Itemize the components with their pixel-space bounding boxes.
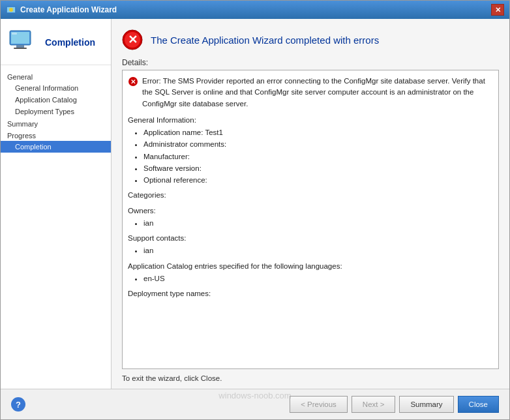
support-contacts-label: Support contacts: — [128, 233, 493, 244]
svg-text:✕: ✕ — [128, 33, 138, 46]
sidebar-group-general: General — [1, 70, 111, 82]
details-label: Details: — [122, 58, 499, 67]
next-button[interactable]: Next > — [352, 396, 396, 413]
svg-rect-7 — [12, 33, 17, 35]
svg-rect-6 — [14, 48, 27, 49]
titlebar-title: Create Application Wizard — [20, 5, 491, 14]
general-info-label: General Information: — [128, 115, 493, 126]
catalog-label: Application Catalog entries specified fo… — [128, 261, 493, 272]
svg-text:✕: ✕ — [130, 78, 136, 85]
support-contacts-list: ian — [143, 245, 493, 256]
details-error-icon: ✕ — [128, 76, 138, 87]
details-box[interactable]: ✕ Error: The SMS Provider reported an er… — [122, 70, 499, 369]
svg-point-2 — [9, 8, 13, 12]
sidebar-group-summary: Summary — [1, 117, 111, 129]
categories-label: Categories: — [128, 190, 493, 201]
error-message: Error: The SMS Provider reported an erro… — [142, 76, 493, 110]
field-item: Manufacturer: — [143, 151, 493, 162]
owner-item: ian — [143, 218, 493, 229]
error-icon: ✕ — [122, 29, 143, 50]
sidebar-group-progress: Progress — [1, 129, 111, 141]
sidebar-header: Completion — [1, 19, 111, 65]
support-contact-item: ian — [143, 245, 493, 256]
application-wizard-window: Create Application Wizard ✕ Completion G… — [0, 0, 510, 420]
field-item: Optional reference: — [143, 175, 493, 186]
main-content: ✕ The Create Application Wizard complete… — [112, 19, 509, 389]
details-content: General Information: Application name: T… — [128, 115, 493, 300]
field-item: Software version: — [143, 163, 493, 174]
sidebar-navigation: General General Information Application … — [1, 65, 111, 389]
close-button[interactable]: Close — [458, 396, 499, 413]
window-body: Completion General General Information A… — [1, 19, 509, 389]
owners-label: Owners: — [128, 205, 493, 217]
completion-title: The Create Application Wizard completed … — [151, 35, 379, 46]
footer: ? < Previous Next > Summary Close — [1, 389, 509, 419]
sidebar-item-general-information[interactable]: General Information — [1, 82, 111, 94]
exit-note: To exit the wizard, click Close. — [122, 374, 499, 382]
computer-icon — [7, 27, 38, 58]
sidebar-item-application-catalog[interactable]: Application Catalog — [1, 94, 111, 106]
catalog-list: en-US — [143, 273, 493, 284]
main-header: ✕ The Create Application Wizard complete… — [122, 29, 499, 50]
help-button[interactable]: ? — [11, 397, 25, 412]
sidebar-item-deployment-types[interactable]: Deployment Types — [1, 106, 111, 117]
svg-rect-5 — [16, 45, 24, 48]
owners-list: ian — [143, 218, 493, 229]
previous-button[interactable]: < Previous — [290, 396, 348, 413]
titlebar-icon — [6, 5, 16, 15]
general-info-list: Application name: Test1 Administrator co… — [143, 127, 493, 186]
error-line: ✕ Error: The SMS Provider reported an er… — [128, 76, 493, 110]
sidebar-item-completion[interactable]: Completion — [1, 141, 111, 153]
catalog-item: en-US — [143, 273, 493, 284]
titlebar: Create Application Wizard ✕ — [1, 1, 509, 19]
summary-button[interactable]: Summary — [399, 396, 453, 413]
field-item: Application name: Test1 — [143, 127, 493, 138]
field-item: Administrator comments: — [143, 139, 493, 150]
sidebar-header-title: Completion — [45, 37, 95, 48]
close-titlebar-button[interactable]: ✕ — [491, 4, 504, 16]
sidebar: Completion General General Information A… — [1, 19, 112, 389]
deployment-label: Deployment type names: — [128, 288, 493, 299]
